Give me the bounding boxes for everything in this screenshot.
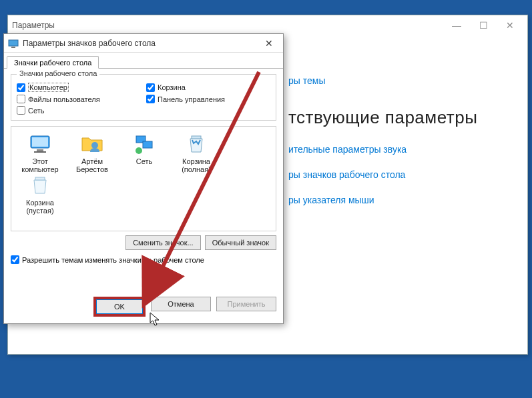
- svg-rect-1: [11, 47, 15, 48]
- settings-title: Параметры: [12, 21, 55, 30]
- icon-recycle-empty[interactable]: Корзина (пустая): [14, 173, 66, 215]
- checkbox-network-label: Сеть: [28, 107, 44, 115]
- icon-user[interactable]: Артём Берестов: [66, 132, 118, 173]
- dialog-titlebar: Параметры значков рабочего стола ✕: [4, 34, 283, 53]
- recycle-full-icon: [184, 132, 208, 156]
- svg-rect-4: [37, 149, 43, 151]
- network-icon: [132, 132, 156, 156]
- svg-point-6: [91, 142, 98, 149]
- cursor-icon: [150, 312, 162, 327]
- icon-recycle-full[interactable]: Корзина (полная): [170, 132, 222, 173]
- maximize-button[interactable]: ☐: [470, 16, 497, 35]
- svg-rect-10: [192, 136, 201, 139]
- allow-themes-checkbox[interactable]: Разрешить темам изменять значки на рабоч…: [11, 255, 276, 264]
- ok-button-highlight: OK: [93, 297, 146, 317]
- svg-rect-8: [143, 141, 152, 148]
- svg-rect-3: [32, 137, 48, 147]
- allow-themes-label: Разрешить темам изменять значки на рабоч…: [22, 256, 204, 264]
- computer-icon: [28, 132, 52, 156]
- checkbox-userfiles[interactable]: Файлы пользователя: [17, 95, 141, 103]
- icon-network-label: Сеть: [136, 157, 152, 165]
- settings-titlebar: Параметры — ☐ ✕: [8, 15, 527, 35]
- cancel-button[interactable]: Отмена: [151, 297, 211, 311]
- checkbox-controlpanel[interactable]: Панель управления: [146, 95, 270, 103]
- svg-rect-5: [34, 151, 46, 153]
- recycle-empty-icon: [28, 173, 52, 197]
- tab-strip: Значки рабочего стола: [4, 53, 283, 69]
- icons-checkbox-group: Значки рабочего стола Компьютер Корзина …: [11, 74, 276, 121]
- icon-preview-area[interactable]: Этот компьютер Артём Берестов Сеть Корзи…: [11, 126, 276, 231]
- svg-rect-0: [9, 40, 18, 46]
- icon-user-label: Артём Берестов: [76, 157, 108, 173]
- dialog-icon: [8, 38, 19, 49]
- ok-button[interactable]: OK: [96, 299, 143, 314]
- sound-settings-link[interactable]: ительные параметры звука: [288, 144, 507, 155]
- icon-this-pc[interactable]: Этот компьютер: [14, 132, 66, 173]
- svg-rect-11: [35, 177, 45, 180]
- desktop-icons-settings-link[interactable]: ры значков рабочего стола: [288, 169, 507, 180]
- close-button[interactable]: ✕: [497, 16, 523, 35]
- minimize-button[interactable]: —: [443, 16, 470, 35]
- checkbox-userfiles-label: Файлы пользователя: [28, 95, 100, 103]
- checkbox-controlpanel-label: Панель управления: [158, 95, 225, 103]
- group-legend: Значки рабочего стола: [17, 69, 99, 77]
- change-icon-button[interactable]: Сменить значок...: [125, 235, 201, 250]
- checkbox-computer-label: Компьютер: [28, 83, 69, 92]
- tab-desktop-icons[interactable]: Значки рабочего стола: [7, 56, 99, 69]
- dialog-close-button[interactable]: ✕: [259, 35, 279, 51]
- settings-heading: тствующие параметры: [288, 107, 507, 128]
- icon-recycle-empty-label: Корзина (пустая): [26, 199, 54, 215]
- checkbox-recycle[interactable]: Корзина: [146, 83, 270, 92]
- icon-this-pc-label: Этот компьютер: [21, 157, 58, 173]
- dialog-title: Параметры значков рабочего стола: [23, 39, 259, 48]
- user-folder-icon: [80, 132, 104, 156]
- cursor-settings-link[interactable]: ры указателя мыши: [288, 195, 507, 205]
- default-icon-button[interactable]: Обычный значок: [205, 235, 276, 250]
- dialog-footer: OK Отмена Применить: [4, 297, 283, 317]
- apply-button[interactable]: Применить: [216, 297, 276, 311]
- icon-recycle-full-label: Корзина (полная): [182, 157, 211, 173]
- icon-network[interactable]: Сеть: [118, 132, 170, 173]
- checkbox-computer[interactable]: Компьютер: [17, 83, 141, 92]
- svg-point-9: [136, 147, 142, 154]
- theme-settings-link[interactable]: ры темы: [288, 75, 507, 86]
- desktop-icons-dialog: Параметры значков рабочего стола ✕ Значк…: [3, 33, 284, 324]
- checkbox-network[interactable]: Сеть: [17, 106, 141, 115]
- checkbox-recycle-label: Корзина: [158, 83, 186, 91]
